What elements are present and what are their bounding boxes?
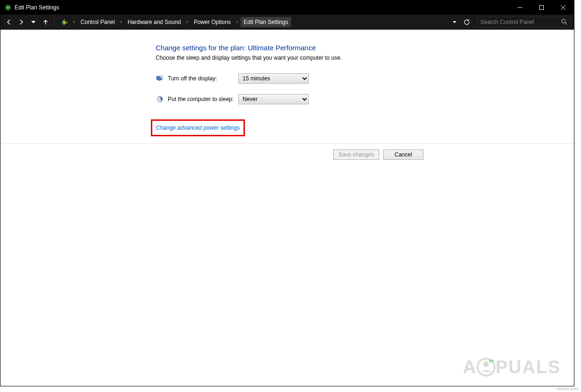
maximize-button[interactable] <box>531 0 552 15</box>
sleep-icon <box>156 95 164 103</box>
page-title: Change settings for the plan: Ultimate P… <box>156 44 447 52</box>
refresh-button[interactable] <box>460 16 473 28</box>
watermark: A PUALS <box>463 357 561 377</box>
chevron-right-icon[interactable]: › <box>234 19 241 24</box>
toolbar: › Control Panel › Hardware and Sound › P… <box>0 15 574 30</box>
svg-rect-2 <box>540 6 544 10</box>
svg-rect-10 <box>158 80 160 81</box>
breadcrumb-item-current[interactable]: Edit Plan Settings <box>241 17 291 27</box>
attribution: wsxdn.com <box>557 386 578 391</box>
svg-rect-6 <box>67 22 68 23</box>
breadcrumb-item[interactable]: Control Panel <box>78 17 118 27</box>
cancel-button[interactable]: Cancel <box>383 149 424 160</box>
sleep-label: Put the computer to sleep: <box>168 96 238 102</box>
sleep-row: Put the computer to sleep: Never <box>156 94 447 104</box>
window-controls <box>509 0 574 15</box>
close-button[interactable] <box>552 0 574 15</box>
toolbar-right <box>450 16 473 28</box>
svg-point-16 <box>483 361 489 367</box>
window-title: Edit Plan Settings <box>15 4 59 11</box>
content-area: Change settings for the plan: Ultimate P… <box>0 30 574 386</box>
advanced-link-highlight: Change advanced power settings <box>151 119 245 136</box>
footer-buttons: Save changes Cancel <box>0 143 574 165</box>
watermark-icon <box>476 357 496 377</box>
display-off-select[interactable]: 15 minutes <box>238 73 309 84</box>
back-button[interactable] <box>3 16 15 28</box>
up-button[interactable] <box>40 16 51 28</box>
advanced-power-settings-link[interactable]: Change advanced power settings <box>156 125 240 131</box>
svg-line-8 <box>565 23 567 24</box>
watermark-text-prefix: A <box>463 357 477 377</box>
page-subtitle: Choose the sleep and display settings th… <box>156 55 447 61</box>
display-off-row: Turn off the display: 15 minutes <box>156 73 447 84</box>
app-window: Edit Plan Settings <box>0 0 574 386</box>
breadcrumb-item[interactable]: Power Options <box>191 17 234 27</box>
search-input-wrapper[interactable] <box>477 16 571 28</box>
app-icon <box>4 4 12 11</box>
chevron-right-icon[interactable]: › <box>118 19 125 24</box>
svg-rect-17 <box>489 360 494 362</box>
search-input[interactable] <box>480 19 559 25</box>
power-plan-icon <box>60 17 70 27</box>
titlebar: Edit Plan Settings <box>0 0 574 15</box>
save-changes-button[interactable]: Save changes <box>333 149 379 160</box>
display-icon <box>156 74 164 83</box>
chevron-right-icon[interactable]: › <box>184 19 191 24</box>
search-icon[interactable] <box>561 19 568 25</box>
toolbar-divider <box>54 18 55 26</box>
breadcrumb-item[interactable]: Hardware and Sound <box>125 17 183 27</box>
sleep-select[interactable]: Never <box>238 94 309 104</box>
settings-form: Change settings for the plan: Ultimate P… <box>156 44 447 136</box>
svg-point-15 <box>478 359 495 376</box>
svg-point-0 <box>5 5 11 10</box>
minimize-button[interactable] <box>509 0 531 15</box>
chevron-right-icon[interactable]: › <box>71 19 78 24</box>
display-off-label: Turn off the display: <box>168 75 238 82</box>
history-dropdown[interactable] <box>450 20 459 24</box>
svg-point-7 <box>562 19 565 23</box>
watermark-text-suffix: PUALS <box>495 357 561 377</box>
recent-dropdown[interactable] <box>28 16 39 28</box>
breadcrumb[interactable]: › Control Panel › Hardware and Sound › P… <box>58 16 446 28</box>
forward-button[interactable] <box>16 16 27 28</box>
